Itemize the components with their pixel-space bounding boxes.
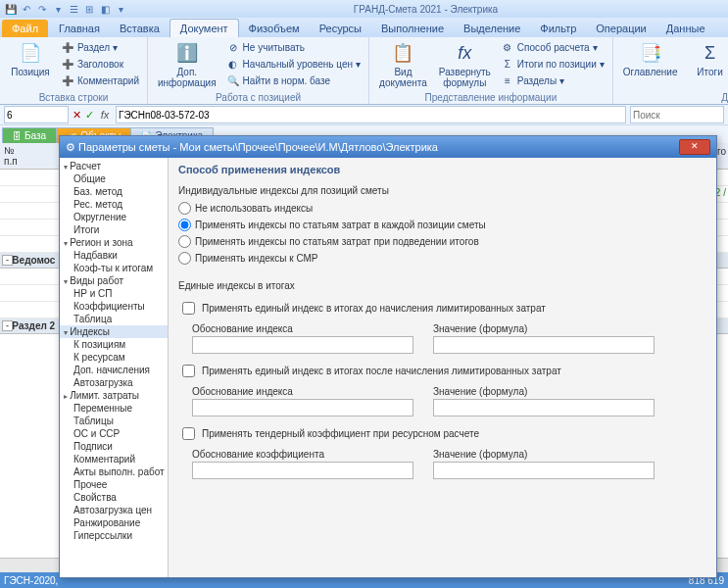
tab-data[interactable]: Данные xyxy=(656,20,715,37)
radio-input[interactable] xyxy=(178,252,191,265)
tab-res[interactable]: Ресурсы xyxy=(310,20,371,37)
nachur-button[interactable]: ◐Начальный уровень цен ▾ xyxy=(224,56,363,72)
save-icon[interactable]: 💾 xyxy=(4,2,18,16)
obos3-input[interactable] xyxy=(192,462,413,479)
znach2-input[interactable] xyxy=(433,399,655,416)
collapse-icon[interactable]: - xyxy=(2,255,13,266)
label: Ведомос xyxy=(12,255,55,266)
tab-insert[interactable]: Вставка xyxy=(110,20,170,37)
label: База xyxy=(24,130,46,141)
collapse-icon[interactable]: - xyxy=(2,320,13,331)
tree-tablicy[interactable]: Таблицы xyxy=(60,415,168,427)
tab-baza[interactable]: 🗄База xyxy=(2,127,57,143)
undo-icon[interactable]: ↶ xyxy=(20,2,33,16)
tree-nadbavki[interactable]: Надбавки xyxy=(60,249,168,262)
neuch-button[interactable]: ⊘Не учитывать xyxy=(224,39,363,55)
tree-region[interactable]: Регион и зона xyxy=(60,236,168,249)
sposob-button[interactable]: ⚙Способ расчета ▾ xyxy=(499,39,607,55)
radio-totals[interactable]: Применять индексы по статьям затрат при … xyxy=(178,233,706,250)
tab-sel[interactable]: Выделение xyxy=(454,20,530,37)
radio-no-index[interactable]: Не использовать индексы xyxy=(178,200,706,217)
tree-okrug[interactable]: Округление xyxy=(60,211,168,223)
razdely-button[interactable]: ≡Разделы ▾ xyxy=(499,73,607,88)
fx-ok-icon[interactable]: ✓ xyxy=(85,109,94,122)
tree-prochee[interactable]: Прочее xyxy=(60,478,168,491)
cancel-icon: ⊘ xyxy=(226,40,240,54)
tree-nrsp[interactable]: НР и СП xyxy=(60,287,168,300)
checkbox-input[interactable] xyxy=(182,302,195,315)
qat-icon[interactable]: ☰ xyxy=(67,2,80,16)
tree-podpisi[interactable]: Подписи xyxy=(60,440,168,453)
group-label: Работа с позицией xyxy=(148,92,368,103)
comment-button[interactable]: ➕Комментарий xyxy=(59,73,141,88)
tree-avtozag[interactable]: Автозагрузка xyxy=(60,376,168,389)
checkbox-input[interactable] xyxy=(182,365,195,377)
tree-giper[interactable]: Гиперссылки xyxy=(60,529,168,542)
radio-each-pos[interactable]: Применять индексы по статьям затрат в ка… xyxy=(178,217,706,233)
sections-icon: ≡ xyxy=(501,74,514,87)
radio-input[interactable] xyxy=(178,219,191,231)
qat-icon[interactable]: ⊞ xyxy=(82,2,96,16)
radio-input[interactable] xyxy=(178,235,191,248)
tree-koef[interactable]: Коэффициенты xyxy=(60,300,168,313)
tree-dopnach[interactable]: Доп. начисления xyxy=(60,364,168,376)
tree-svoistva[interactable]: Свойства xyxy=(60,491,168,504)
tree-ranzh[interactable]: Ранжирование xyxy=(60,516,168,529)
tree-tablica[interactable]: Таблица xyxy=(60,313,168,325)
obos2-input[interactable] xyxy=(192,399,413,416)
tree-kres[interactable]: К ресурсам xyxy=(60,351,168,364)
tree-bazmetod[interactable]: Баз. метод xyxy=(60,185,168,198)
znach1-input[interactable] xyxy=(433,336,655,354)
tab-fiz[interactable]: Физобъем xyxy=(239,20,310,37)
tree-koefit[interactable]: Коэф-ты к итогам xyxy=(60,262,168,274)
itogipos-button[interactable]: ΣИтоги по позиции ▾ xyxy=(499,56,607,72)
tree-komm[interactable]: Комментарий xyxy=(60,453,168,466)
chk-before-limit[interactable]: Применять единый индекс в итогах до начи… xyxy=(178,297,706,319)
redo-icon[interactable]: ↷ xyxy=(35,2,49,16)
nav-tree[interactable]: Расчет Общие Баз. метод Рес. метод Округ… xyxy=(60,158,169,577)
dialog-titlebar[interactable]: ⚙ Параметры сметы - Мои сметы\Прочее\Про… xyxy=(60,136,716,158)
tab-filter[interactable]: Фильтр xyxy=(530,20,586,37)
qat-icon[interactable]: ▾ xyxy=(51,2,65,16)
radio-input[interactable] xyxy=(178,202,191,215)
tab-exec[interactable]: Выполнение xyxy=(371,20,454,37)
search-input[interactable] xyxy=(630,106,724,123)
plus-icon: ➕ xyxy=(61,40,74,54)
tab-ops[interactable]: Операции xyxy=(586,20,655,37)
ribbon-tabs: Файл Главная Вставка Документ Физобъем Р… xyxy=(0,18,728,37)
qat-icon[interactable]: ▾ xyxy=(114,2,127,16)
tree-perem[interactable]: Переменные xyxy=(60,402,168,415)
naiti-button[interactable]: 🔍Найти в норм. базе xyxy=(224,73,363,88)
razdel-button[interactable]: ➕Раздел ▾ xyxy=(59,39,141,55)
tree-resmetod[interactable]: Рес. метод xyxy=(60,198,168,211)
tree-raschet[interactable]: Расчет xyxy=(60,160,168,172)
cell-ref-input[interactable] xyxy=(4,106,69,123)
close-button[interactable]: ✕ xyxy=(679,139,710,155)
obos1-input[interactable] xyxy=(192,336,413,354)
tree-indeksy[interactable]: Индексы xyxy=(60,325,168,338)
chk-tender[interactable]: Применять тендерный коэффициент при ресу… xyxy=(178,422,706,445)
znach3-input[interactable] xyxy=(433,462,655,479)
tree-limit[interactable]: Лимит. затраты xyxy=(60,389,168,402)
field-label: Значение (формула) xyxy=(433,449,655,460)
qat-icon[interactable]: ◧ xyxy=(98,2,112,16)
tree-vidyrabot[interactable]: Виды работ xyxy=(60,274,168,287)
tab-document[interactable]: Документ xyxy=(170,19,239,37)
chk-after-limit[interactable]: Применять единый индекс в итогах после н… xyxy=(178,360,706,382)
tab-file[interactable]: Файл xyxy=(2,20,48,37)
zagolovok-button[interactable]: ➕Заголовок xyxy=(59,56,141,72)
fx-cancel-icon[interactable]: ✕ xyxy=(73,109,81,122)
group-label: Документ xyxy=(613,92,728,103)
label: Начальный уровень цен xyxy=(243,59,353,70)
checkbox-input[interactable] xyxy=(182,427,195,440)
formula-input[interactable] xyxy=(116,106,626,123)
tree-itogi[interactable]: Итоги xyxy=(60,223,168,236)
tab-main[interactable]: Главная xyxy=(49,20,110,37)
tree-obshie[interactable]: Общие xyxy=(60,172,168,185)
fx-icon[interactable]: fx xyxy=(98,109,112,121)
tree-avtocen[interactable]: Автозагрузка цен xyxy=(60,504,168,516)
radio-smr[interactable]: Применять индексы к СМР xyxy=(178,250,706,267)
tree-osssr[interactable]: ОС и ССР xyxy=(60,427,168,440)
tree-akty[interactable]: Акты выполн. работ xyxy=(60,466,168,478)
tree-kpoz[interactable]: К позициям xyxy=(60,338,168,351)
